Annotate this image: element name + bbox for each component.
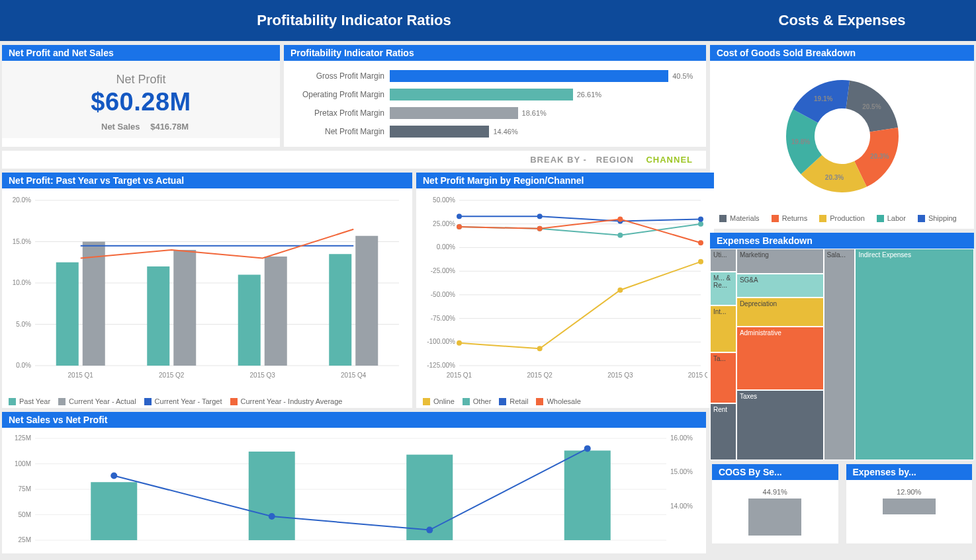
- treemap-cell: Uti...: [710, 249, 736, 272]
- svg-point-48: [617, 233, 623, 238]
- svg-rect-19: [329, 254, 351, 366]
- svg-point-76: [269, 513, 275, 520]
- treemap-cell: Int...: [710, 305, 736, 352]
- svg-text:25M: 25M: [19, 536, 31, 543]
- hbar-fill: [390, 107, 518, 119]
- chart-past-vs-target: 0.0%5.0%10.0%15.0%20.0%2015 Q12015 Q2201…: [9, 194, 406, 385]
- hbar-fill: [390, 126, 489, 138]
- legend-item: Wholesale: [536, 397, 580, 405]
- treemap-cell: Rent: [710, 403, 736, 460]
- svg-text:10.0%: 10.0%: [13, 279, 31, 286]
- hbar-val: 26.61%: [577, 91, 601, 99]
- svg-text:100M: 100M: [15, 460, 31, 467]
- break-by-label: BREAK BY -: [530, 155, 587, 165]
- panel-net-sales-profit: Net Sales vs Net Profit 25M50M75M100M125…: [2, 412, 706, 553]
- chart-margin-channel: -125.00%-100.00%-75.00%-50.00%-25.00%0.0…: [423, 194, 707, 385]
- panel-title: Cost of Goods Sold Breakdown: [710, 45, 974, 61]
- header-profitability: Profitability Indicator Ratios: [0, 0, 708, 41]
- svg-text:19.1%: 19.1%: [814, 95, 832, 102]
- kpi-sub-value: $416.78M: [150, 122, 189, 132]
- panel-title: Net Profit: Past Year vs Target vs Actua…: [2, 173, 412, 188]
- header-costs: Costs & Expenses: [708, 0, 976, 41]
- svg-rect-74: [564, 450, 611, 540]
- svg-text:50M: 50M: [19, 511, 31, 518]
- panel-title: COGS By Se...: [712, 464, 838, 480]
- svg-text:20.5%: 20.5%: [862, 103, 881, 110]
- legend-item: Labor: [877, 214, 906, 222]
- svg-point-43: [537, 346, 543, 351]
- svg-rect-17: [265, 257, 287, 366]
- hbar-fill: [390, 70, 668, 82]
- kpi-title: Net Profit: [9, 73, 273, 87]
- kpi-sub: Net Sales $416.78M: [9, 122, 273, 132]
- treemap-cell: Depreciation: [736, 298, 824, 327]
- svg-text:19.8%: 19.8%: [791, 138, 809, 145]
- svg-text:16.00%: 16.00%: [670, 434, 693, 442]
- svg-text:2015 Q2: 2015 Q2: [527, 372, 553, 379]
- panel-title: Expenses Breakdown: [710, 233, 974, 249]
- exp-mini-val: 12.90%: [883, 488, 936, 496]
- break-by-channel[interactable]: CHANNEL: [646, 155, 693, 165]
- svg-point-44: [617, 288, 623, 293]
- svg-text:20.3%: 20.3%: [824, 174, 843, 181]
- cogs-mini-bar: 44.91%: [748, 499, 801, 536]
- svg-point-75: [111, 472, 117, 479]
- svg-point-56: [617, 217, 623, 222]
- treemap-cell: SG&A: [736, 274, 824, 297]
- hbar-val: 40.5%: [672, 72, 693, 80]
- panel-profit-ratios: Profitability Indicator Ratios Gross Pro…: [284, 45, 706, 147]
- svg-point-50: [457, 214, 462, 219]
- svg-point-55: [537, 226, 543, 231]
- svg-rect-16: [238, 275, 261, 366]
- svg-text:25.00%: 25.00%: [433, 220, 455, 227]
- panel-cogs-by-segment: COGS By Se... 44.91%: [712, 464, 838, 543]
- treemap-cell: Sala...: [824, 249, 856, 460]
- svg-point-57: [698, 240, 703, 245]
- legend-item: Materials: [719, 214, 760, 222]
- kpi-value: $60.28M: [9, 88, 273, 116]
- svg-text:14.00%: 14.00%: [670, 502, 693, 510]
- svg-text:2015 Q3: 2015 Q3: [607, 372, 633, 379]
- svg-rect-71: [91, 482, 137, 540]
- svg-text:15.00%: 15.00%: [670, 468, 693, 475]
- svg-rect-13: [147, 266, 169, 366]
- legend-item: Current Year - Industry Average: [230, 397, 343, 405]
- svg-text:-100.00%: -100.00%: [427, 338, 455, 345]
- cogs-mini-val: 44.91%: [748, 488, 801, 496]
- svg-point-42: [457, 340, 462, 346]
- legend-item: Returns: [772, 214, 808, 222]
- hbar-label: Operating Profit Margin: [290, 90, 390, 99]
- svg-point-77: [426, 527, 433, 534]
- treemap-cell: M... & Re...: [710, 272, 736, 305]
- panel-title: Expenses by...: [846, 464, 973, 480]
- svg-point-49: [698, 221, 703, 227]
- hbar-label: Net Profit Margin: [290, 127, 390, 136]
- svg-text:-50.00%: -50.00%: [431, 291, 455, 298]
- svg-text:-25.00%: -25.00%: [431, 267, 455, 274]
- svg-text:5.0%: 5.0%: [16, 321, 31, 328]
- chart-expenses-treemap: Uti...M... & Re...Int...Ta...RentMarketi…: [710, 249, 974, 460]
- svg-point-45: [698, 259, 703, 264]
- legend-item: Other: [463, 397, 492, 405]
- svg-text:-75.00%: -75.00%: [431, 315, 455, 322]
- svg-text:2015 Q2: 2015 Q2: [159, 372, 185, 379]
- svg-text:20.3%: 20.3%: [869, 153, 888, 160]
- treemap-cell: Indirect Expenses: [855, 249, 974, 460]
- break-by-region[interactable]: REGION: [596, 155, 634, 165]
- legend-item: Current Year - Target: [144, 397, 222, 405]
- legend-item: Online: [423, 397, 455, 405]
- svg-text:15.0%: 15.0%: [13, 238, 31, 245]
- svg-text:125M: 125M: [15, 434, 31, 442]
- break-by-toggle[interactable]: BREAK BY - REGION CHANNEL: [2, 151, 706, 169]
- panel-cogs-breakdown: Cost of Goods Sold Breakdown 20.5%20.3%2…: [710, 45, 974, 229]
- svg-point-51: [537, 214, 543, 219]
- panel-title: Net Sales vs Net Profit: [2, 412, 706, 428]
- legend-item: Shipping: [918, 214, 957, 222]
- exp-mini-bar: 12.90%: [883, 499, 936, 514]
- hbar-fill: [390, 89, 573, 100]
- svg-rect-20: [355, 236, 378, 366]
- svg-text:2015 Q1: 2015 Q1: [68, 372, 94, 379]
- panel-expenses-breakdown: Expenses Breakdown Uti...M... & Re...Int…: [710, 233, 974, 460]
- hbar-val: 18.61%: [522, 109, 547, 117]
- svg-text:2015 Q4: 2015 Q4: [688, 372, 707, 379]
